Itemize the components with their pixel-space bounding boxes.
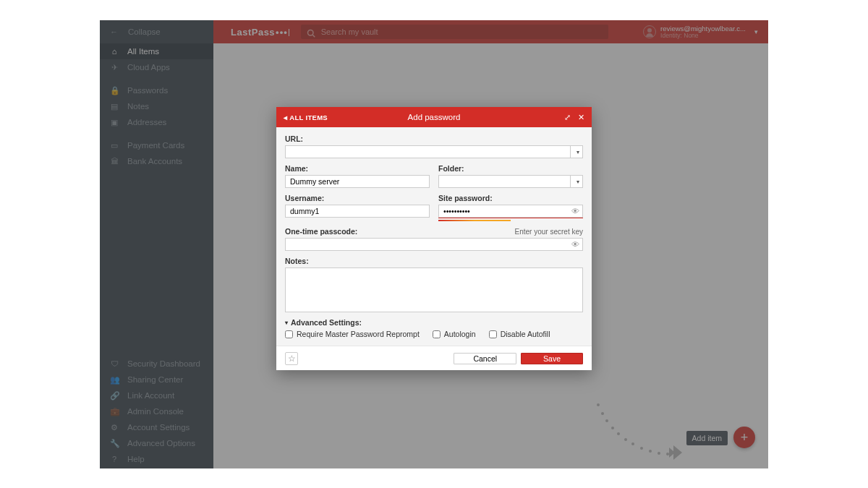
autologin-checkbox[interactable]: Autologin (433, 330, 476, 338)
modal-header: ◂ ALL ITEMS Add password ⤢ ✕ (276, 107, 592, 127)
url-input-wrap: ▾ (285, 145, 583, 158)
site-password-field: Site password: 👁 (438, 194, 583, 221)
folder-select[interactable]: ▾ (438, 175, 583, 188)
name-field: Name: (285, 164, 430, 188)
notes-field: Notes: (285, 257, 583, 312)
close-icon[interactable]: ✕ (578, 113, 584, 122)
url-label: URL: (285, 134, 583, 143)
advanced-checkboxes: Require Master Password Reprompt Autolog… (285, 330, 583, 338)
otp-hint[interactable]: Enter your secret key (515, 228, 583, 236)
username-field: Username: (285, 194, 430, 221)
save-button[interactable]: Save (521, 353, 583, 364)
cancel-button[interactable]: Cancel (454, 353, 516, 364)
folder-field: Folder: ▾ (438, 164, 583, 188)
add-password-modal: ◂ ALL ITEMS Add password ⤢ ✕ URL: ▾ (276, 107, 592, 370)
eye-icon[interactable]: 👁 (571, 207, 579, 215)
advanced-label: Advanced Settings: (291, 318, 362, 327)
disable-autofill-checkbox[interactable]: Disable Autofill (489, 330, 550, 338)
modal-footer: ☆ Cancel Save (276, 346, 592, 370)
notes-label: Notes: (285, 257, 583, 265)
star-icon: ☆ (288, 354, 296, 364)
username-label: Username: (285, 194, 430, 202)
app-frame: ← Collapse ⌂ All Items ✈ Cloud Apps 🔒 Pa… (100, 20, 768, 468)
name-input[interactable] (290, 177, 425, 186)
expand-icon[interactable]: ⤢ (564, 113, 571, 122)
chevron-down-icon[interactable]: ▾ (576, 149, 579, 155)
url-input[interactable] (290, 147, 569, 156)
caret-left-icon: ◂ (284, 114, 287, 121)
site-password-input[interactable] (443, 207, 568, 215)
otp-input[interactable] (290, 240, 568, 249)
caret-down-icon: ▾ (285, 320, 288, 326)
site-password-label: Site password: (438, 194, 583, 202)
advanced-settings-toggle[interactable]: ▾ Advanced Settings: (285, 318, 583, 327)
otp-field: One-time passcode: Enter your secret key… (285, 227, 583, 251)
password-strength-bar (438, 220, 511, 221)
modal-title: Add password (408, 113, 461, 121)
back-label: ALL ITEMS (289, 114, 328, 121)
folder-label: Folder: (438, 164, 583, 173)
notes-input[interactable] (285, 267, 583, 312)
favorite-toggle[interactable]: ☆ (285, 352, 298, 365)
name-label: Name: (285, 164, 430, 173)
chevron-down-icon[interactable]: ▾ (576, 179, 579, 185)
eye-icon[interactable]: 👁 (571, 240, 579, 249)
otp-label: One-time passcode: (285, 227, 357, 236)
url-field: URL: ▾ (285, 134, 583, 158)
username-input[interactable] (290, 207, 425, 215)
reprompt-checkbox[interactable]: Require Master Password Reprompt (285, 330, 420, 338)
folder-input[interactable] (443, 177, 569, 186)
back-to-all-items[interactable]: ◂ ALL ITEMS (284, 114, 328, 121)
modal-body: URL: ▾ Name: Folder: ▾ (276, 127, 592, 346)
